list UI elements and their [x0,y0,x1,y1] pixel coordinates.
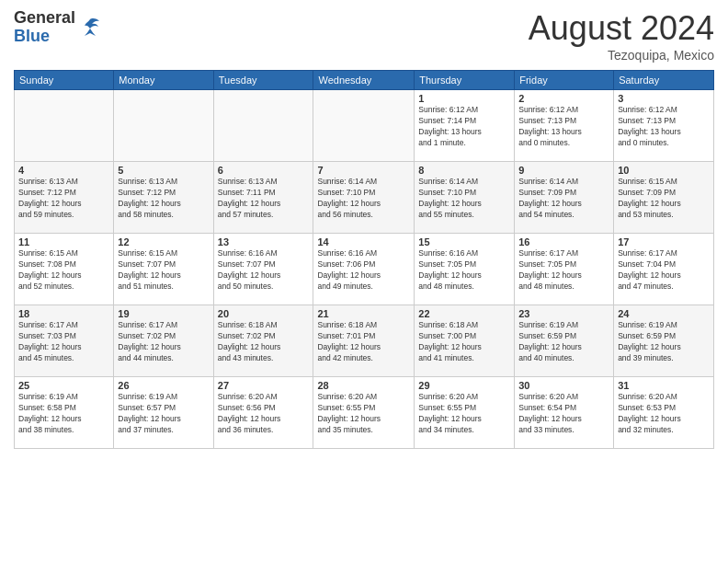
day-info: Sunrise: 6:17 AMSunset: 7:03 PMDaylight:… [18,320,109,364]
day-info-line: Sunset: 7:10 PM [317,188,410,199]
day-info: Sunrise: 6:20 AMSunset: 6:56 PMDaylight:… [218,392,310,436]
day-info-line: Sunset: 7:02 PM [118,331,209,342]
day-info-line: Sunrise: 6:20 AM [418,392,510,403]
day-info: Sunrise: 6:17 AMSunset: 7:02 PMDaylight:… [118,320,209,364]
table-row: 27Sunrise: 6:20 AMSunset: 6:56 PMDayligh… [213,377,313,449]
day-info-line: Sunrise: 6:20 AM [218,392,310,403]
day-info-line: Sunset: 6:57 PM [118,403,209,414]
day-info: Sunrise: 6:19 AMSunset: 6:59 PMDaylight:… [518,320,609,364]
day-info-line: and 48 minutes. [418,282,510,293]
day-info-line: and 43 minutes. [218,353,310,364]
day-info-line: Sunrise: 6:17 AM [18,320,109,331]
day-info: Sunrise: 6:15 AMSunset: 7:07 PMDaylight:… [118,248,209,293]
day-info-line: Sunrise: 6:16 AM [218,248,310,259]
day-info: Sunrise: 6:19 AMSunset: 6:59 PMDaylight:… [618,320,710,364]
day-info-line: Daylight: 12 hours [618,342,710,353]
day-info-line: Sunrise: 6:14 AM [518,177,609,188]
day-info-line: Sunset: 6:55 PM [418,403,510,414]
day-info: Sunrise: 6:14 AMSunset: 7:10 PMDaylight:… [317,177,410,221]
day-info-line: Sunrise: 6:17 AM [518,248,609,259]
day-info-line: Daylight: 12 hours [317,270,410,282]
day-info-line: and 42 minutes. [317,353,410,364]
day-info-line: and 34 minutes. [418,425,510,436]
day-info-line: Daylight: 13 hours [518,127,609,138]
day-info-line: Sunrise: 6:14 AM [418,177,510,188]
day-info-line: Daylight: 12 hours [18,414,109,425]
day-info: Sunrise: 6:13 AMSunset: 7:12 PMDaylight:… [118,177,209,221]
day-info-line: and 32 minutes. [618,425,710,436]
day-info-line: Sunset: 7:09 PM [618,188,710,199]
day-info-line: and 38 minutes. [18,425,109,436]
day-info: Sunrise: 6:20 AMSunset: 6:53 PMDaylight:… [618,392,710,436]
day-number: 22 [418,308,510,319]
day-info-line: Sunset: 6:56 PM [218,403,310,414]
day-info-line: Daylight: 12 hours [618,199,710,210]
day-number: 7 [317,165,410,176]
table-row: 5Sunrise: 6:13 AMSunset: 7:12 PMDaylight… [114,162,213,234]
day-info-line: Sunset: 7:02 PM [218,331,310,342]
day-info-line: Daylight: 12 hours [317,199,410,210]
day-info: Sunrise: 6:18 AMSunset: 7:02 PMDaylight:… [218,320,310,364]
day-info-line: Sunrise: 6:20 AM [518,392,609,403]
week-row-4: 18Sunrise: 6:17 AMSunset: 7:03 PMDayligh… [15,305,714,377]
day-info: Sunrise: 6:13 AMSunset: 7:11 PMDaylight:… [218,177,310,221]
day-info-line: Daylight: 13 hours [618,127,710,138]
day-info-line: Sunrise: 6:19 AM [518,320,609,331]
header-saturday: Saturday [614,71,714,90]
day-number: 21 [317,308,410,319]
day-info-line: Sunset: 6:59 PM [618,331,710,342]
day-info-line: Sunset: 7:12 PM [18,188,109,199]
day-info-line: Daylight: 12 hours [418,414,510,425]
day-info: Sunrise: 6:19 AMSunset: 6:58 PMDaylight:… [18,392,109,436]
table-row: 12Sunrise: 6:15 AMSunset: 7:07 PMDayligh… [114,234,213,305]
table-row: 4Sunrise: 6:13 AMSunset: 7:12 PMDaylight… [15,162,114,234]
day-info-line: Sunrise: 6:15 AM [618,177,710,188]
day-info-line: and 41 minutes. [418,353,510,364]
month-year-title: August 2024 [529,9,714,48]
day-info-line: Sunset: 7:01 PM [317,331,410,342]
table-row [15,90,114,162]
day-info-line: Sunrise: 6:15 AM [18,248,109,259]
day-info-line: Daylight: 12 hours [18,199,109,210]
day-info-line: Daylight: 12 hours [218,199,310,210]
header-tuesday: Tuesday [213,71,313,90]
calendar-header-row: Sunday Monday Tuesday Wednesday Thursday… [15,71,714,90]
day-number: 2 [518,93,609,104]
day-info-line: and 50 minutes. [218,282,310,293]
day-info-line: Sunset: 7:09 PM [518,188,609,199]
day-number: 1 [418,93,510,104]
header-wednesday: Wednesday [313,71,415,90]
day-info: Sunrise: 6:19 AMSunset: 6:57 PMDaylight:… [118,392,209,436]
logo-blue: Blue [14,28,75,46]
day-number: 18 [18,308,109,319]
day-info-line: Sunrise: 6:16 AM [317,248,410,259]
day-number: 3 [618,93,710,104]
day-info-line: Sunrise: 6:19 AM [618,320,710,331]
day-info-line: and 37 minutes. [118,425,209,436]
day-info-line: Sunrise: 6:17 AM [118,320,209,331]
table-row: 22Sunrise: 6:18 AMSunset: 7:00 PMDayligh… [415,305,515,377]
day-info-line: Sunset: 6:55 PM [317,403,410,414]
table-row [313,90,415,162]
day-info-line: and 45 minutes. [18,353,109,364]
table-row: 3Sunrise: 6:12 AMSunset: 7:13 PMDaylight… [614,90,714,162]
day-info-line: Daylight: 12 hours [218,270,310,282]
day-number: 5 [118,165,209,176]
day-info-line: Sunset: 6:53 PM [618,403,710,414]
table-row: 31Sunrise: 6:20 AMSunset: 6:53 PMDayligh… [614,377,714,449]
day-number: 31 [618,380,710,391]
day-info-line: Daylight: 12 hours [418,199,510,210]
day-info-line: Sunset: 7:10 PM [418,188,510,199]
table-row: 29Sunrise: 6:20 AMSunset: 6:55 PMDayligh… [415,377,515,449]
header-friday: Friday [515,71,614,90]
table-row: 25Sunrise: 6:19 AMSunset: 6:58 PMDayligh… [15,377,114,449]
week-row-1: 1Sunrise: 6:12 AMSunset: 7:14 PMDaylight… [15,90,714,162]
logo-general: General [14,9,75,28]
day-info-line: and 0 minutes. [518,138,609,149]
table-row: 7Sunrise: 6:14 AMSunset: 7:10 PMDaylight… [313,162,415,234]
day-number: 28 [317,380,410,391]
table-row: 23Sunrise: 6:19 AMSunset: 6:59 PMDayligh… [515,305,614,377]
day-info-line: Sunset: 6:58 PM [18,403,109,414]
day-number: 19 [118,308,209,319]
table-row: 11Sunrise: 6:15 AMSunset: 7:08 PMDayligh… [15,234,114,305]
